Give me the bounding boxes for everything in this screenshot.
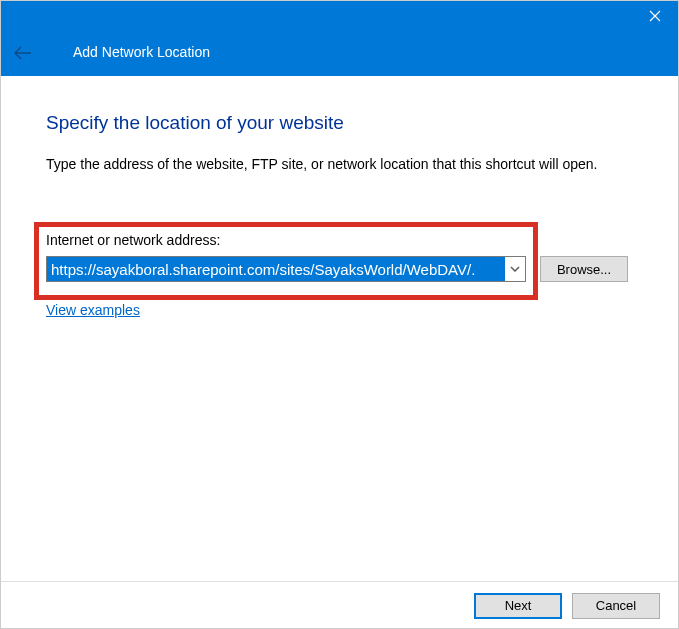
address-input[interactable]: [47, 257, 505, 281]
close-button[interactable]: [632, 1, 678, 31]
view-examples-link[interactable]: View examples: [46, 302, 140, 318]
page-heading: Specify the location of your website: [46, 112, 633, 134]
address-dropdown-button[interactable]: [505, 257, 525, 281]
next-button[interactable]: Next: [474, 593, 562, 619]
window-title: Add Network Location: [73, 44, 210, 60]
cancel-button[interactable]: Cancel: [572, 593, 660, 619]
close-icon: [649, 10, 661, 22]
back-button[interactable]: [11, 41, 35, 65]
address-combobox[interactable]: [46, 256, 526, 282]
address-label: Internet or network address:: [46, 232, 526, 248]
browse-button[interactable]: Browse...: [540, 256, 628, 282]
page-description: Type the address of the website, FTP sit…: [46, 156, 633, 172]
chevron-down-icon: [510, 266, 520, 272]
back-arrow-icon: [14, 46, 32, 60]
